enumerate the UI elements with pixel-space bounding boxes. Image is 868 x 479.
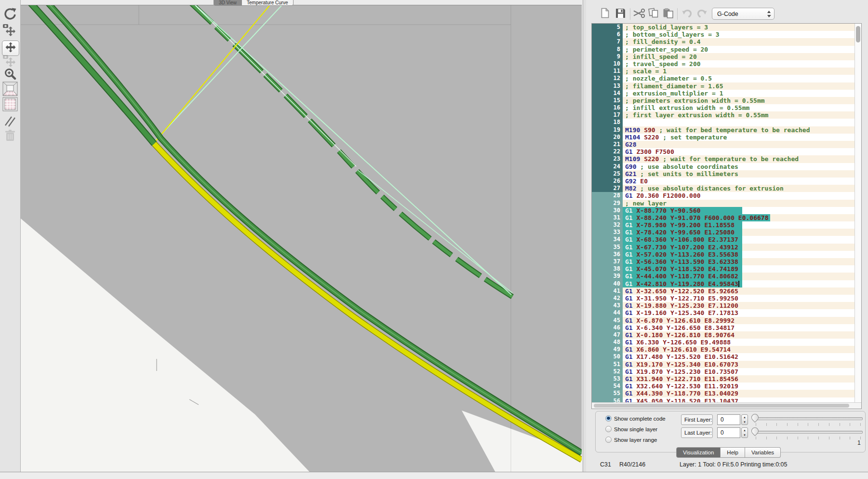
slider-thumb[interactable] bbox=[750, 426, 760, 436]
gcode-line[interactable]: 23M109 S220 ; wait for temperature to be… bbox=[592, 155, 855, 163]
radio-show-complete-code[interactable]: Show complete code bbox=[605, 415, 666, 422]
vertical-scrollbar[interactable] bbox=[855, 24, 861, 403]
perspective-view-button[interactable] bbox=[2, 82, 18, 97]
gcode-line[interactable]: 53G1 X31.940 Y-122.710 E11.85456 bbox=[592, 375, 855, 383]
slider-thumb[interactable] bbox=[750, 412, 760, 423]
gcode-token: X-67.730 bbox=[636, 244, 670, 251]
radio-button-icon[interactable] bbox=[605, 426, 612, 432]
gcode-line[interactable]: 49G1 X6.860 Y-126.610 E9.54714 bbox=[592, 346, 855, 353]
first-layer-slider[interactable] bbox=[753, 413, 863, 423]
gcode-token: ; perimeter_speed = 20 bbox=[625, 46, 708, 53]
gcode-type-dropdown[interactable]: G-Code bbox=[712, 8, 775, 20]
gcode-line[interactable]: 17; first layer extrusion width = 0.55mm bbox=[592, 111, 855, 119]
gcode-line[interactable]: 27M82 ; use absolute distances for extru… bbox=[592, 185, 855, 192]
gcode-line[interactable]: 13; filament_diameter = 1.65 bbox=[592, 82, 855, 90]
gcode-line[interactable]: 7; fill_density = 0.4 bbox=[592, 38, 855, 45]
gcode-line[interactable]: 24G90 ; use absolute coordinates bbox=[592, 163, 855, 170]
gcode-line[interactable]: 43G1 X-19.880 Y-125.230 E7.11200 bbox=[592, 302, 855, 309]
tab-help[interactable]: Help bbox=[721, 447, 745, 458]
gcode-line[interactable]: 14; extrusion_multiplier = 1 bbox=[592, 90, 855, 97]
gcode-line[interactable]: 48G1 X6.330 Y-126.650 E9.49888 bbox=[592, 339, 855, 346]
tab-3d-view[interactable]: 3D View bbox=[214, 0, 242, 6]
zoom-view-button[interactable] bbox=[2, 68, 18, 82]
gcode-line[interactable]: 52G1 X19.870 Y-125.230 E10.73507 bbox=[592, 368, 855, 375]
gcode-line[interactable]: 26G92 E0 bbox=[592, 178, 855, 185]
gcode-line[interactable]: 47G1 X-0.180 Y-126.810 E8.90764 bbox=[592, 331, 855, 339]
gcode-line[interactable]: 31G1 X-88.240 Y-91.070 F600.000 E0.06678 bbox=[592, 214, 855, 221]
gcode-line[interactable]: 10; travel_speed = 200 bbox=[592, 60, 855, 68]
gcode-line[interactable]: 46G1 X-6.340 Y-126.650 E8.34817 bbox=[592, 324, 855, 331]
pan-camera-button[interactable] bbox=[2, 24, 18, 40]
gcode-line[interactable]: 8; perimeter_speed = 20 bbox=[592, 46, 855, 53]
gcode-line[interactable]: 11; scale = 1 bbox=[592, 68, 855, 75]
radio-button-icon[interactable] bbox=[605, 415, 612, 422]
horizontal-scrollbar[interactable] bbox=[592, 402, 861, 409]
vscroll-thumb[interactable] bbox=[856, 26, 860, 42]
new-file-button[interactable] bbox=[598, 8, 612, 20]
gcode-line[interactable]: 25G21 ; set units to millimeters bbox=[592, 170, 855, 178]
radio-show-single-layer[interactable]: Show single layer bbox=[605, 426, 657, 432]
gcode-editor[interactable]: 5; top_solid_layers = 36; bottom_solid_l… bbox=[591, 23, 862, 409]
gcode-line[interactable]: 32G1 X-78.980 Y-99.200 E1.18558 bbox=[592, 221, 855, 229]
cross-section-button[interactable] bbox=[2, 115, 18, 129]
3d-viewport[interactable] bbox=[21, 5, 582, 472]
radio-show-layer-range[interactable]: Show layer range bbox=[605, 437, 657, 443]
copy-button[interactable] bbox=[647, 8, 660, 20]
text-cursor bbox=[738, 281, 739, 287]
gcode-line[interactable]: 30G1 X-88.770 Y-90.560 bbox=[592, 207, 855, 214]
gcode-line[interactable]: 28G1 Z0.360 F12000.000 bbox=[592, 192, 855, 199]
move-object-button[interactable] bbox=[2, 41, 19, 56]
gcode-line[interactable]: 9; infill_speed = 20 bbox=[592, 53, 855, 60]
gcode-token: E1.25080 bbox=[704, 229, 734, 236]
gcode-line[interactable]: 35G1 X-67.730 Y-107.200 E2.43912 bbox=[592, 244, 855, 251]
gcode-line[interactable]: 42G1 X-31.950 Y-122.710 E5.99250 bbox=[592, 295, 855, 302]
gcode-line[interactable]: 51G1 X19.170 Y-125.340 E10.67073 bbox=[592, 361, 855, 368]
gcode-line[interactable]: 15; perimeters extrusion width = 0.55mm bbox=[592, 97, 855, 104]
first-layer-input[interactable]: 0 bbox=[717, 414, 740, 425]
tab-temperature-curve[interactable]: Temperature Curve bbox=[242, 0, 294, 6]
last-layer-stepper[interactable]: ▲▼ bbox=[741, 427, 748, 438]
gcode-line[interactable]: 21G28 bbox=[592, 141, 855, 148]
gcode-line[interactable]: 19M190 S90 ; wait for bed temperature to… bbox=[592, 126, 855, 134]
gcode-line[interactable]: 12; nozzle_diameter = 0.5 bbox=[592, 75, 855, 82]
gcode-token: G1 bbox=[625, 324, 636, 331]
gcode-line[interactable]: 34G1 X-68.360 Y-106.800 E2.37137 bbox=[592, 236, 855, 243]
gcode-line[interactable]: 18 bbox=[592, 119, 855, 126]
gcode-line[interactable]: 5; top_solid_layers = 3 bbox=[592, 24, 855, 31]
gcode-line[interactable]: 38G1 X-45.070 Y-118.520 E4.74189 bbox=[592, 265, 855, 273]
radio-button-icon[interactable] bbox=[605, 437, 612, 443]
cut-button[interactable] bbox=[632, 8, 646, 20]
gcode-line[interactable]: 33G1 X-78.420 Y-99.650 E1.25080 bbox=[592, 229, 855, 236]
gcode-line[interactable]: 22G1 Z300 F7500 bbox=[592, 148, 855, 155]
rotate-view-button[interactable] bbox=[2, 8, 18, 22]
gcode-line[interactable]: 39G1 X-44.400 Y-118.770 E4.80682 bbox=[592, 273, 855, 280]
last-layer-slider[interactable] bbox=[753, 427, 863, 437]
tab-visualization[interactable]: Visualization bbox=[676, 447, 721, 458]
gcode-token: E5.99250 bbox=[708, 295, 738, 302]
gcode-line[interactable]: 55G1 X44.390 Y-118.770 E13.04029 bbox=[592, 390, 855, 397]
tab-variables[interactable]: Variables bbox=[745, 447, 781, 458]
gcode-token: Y-107.200 bbox=[670, 244, 708, 251]
gcode-line[interactable]: 54G1 X32.640 Y-122.530 E11.92019 bbox=[592, 383, 855, 390]
window-bottom-strip bbox=[0, 472, 868, 479]
line-number: 15 bbox=[592, 97, 623, 104]
gcode-line[interactable]: 6; bottom_solid_layers = 3 bbox=[592, 31, 855, 38]
hscroll-thumb[interactable] bbox=[594, 404, 849, 408]
top-view-button[interactable] bbox=[2, 97, 18, 113]
paste-button[interactable] bbox=[661, 8, 675, 20]
gcode-line[interactable]: 45G1 X-6.870 Y-126.610 E8.29992 bbox=[592, 317, 855, 324]
gcode-line[interactable]: 44G1 X-19.160 Y-125.340 E7.17813 bbox=[592, 309, 855, 316]
last-layer-input[interactable]: 0 bbox=[717, 427, 740, 438]
gcode-line[interactable]: 16; infill extrusion width = 0.55mm bbox=[592, 104, 855, 111]
toolbar-separator bbox=[630, 8, 630, 20]
gcode-line[interactable]: 20M104 S220 ; set temperature bbox=[592, 134, 855, 141]
gcode-line[interactable]: 36G1 X-57.020 Y-113.260 E3.55638 bbox=[592, 251, 855, 258]
gcode-lines[interactable]: 5; top_solid_layers = 36; bottom_solid_l… bbox=[592, 24, 855, 403]
save-button[interactable] bbox=[614, 8, 627, 20]
gcode-line[interactable]: 50G1 X17.480 Y-125.520 E10.51642 bbox=[592, 353, 855, 360]
gcode-line[interactable]: 41G1 X-32.650 Y-122.520 E5.92665 bbox=[592, 287, 855, 295]
first-layer-stepper[interactable]: ▲▼ bbox=[741, 414, 748, 425]
gcode-line[interactable]: 37G1 X-56.360 Y-113.590 E3.62338 bbox=[592, 258, 855, 265]
gcode-line[interactable]: 40G1 X-42.810 Y-119.280 E4.95843 bbox=[592, 280, 855, 287]
gcode-line[interactable]: 29; new layer bbox=[592, 200, 855, 207]
